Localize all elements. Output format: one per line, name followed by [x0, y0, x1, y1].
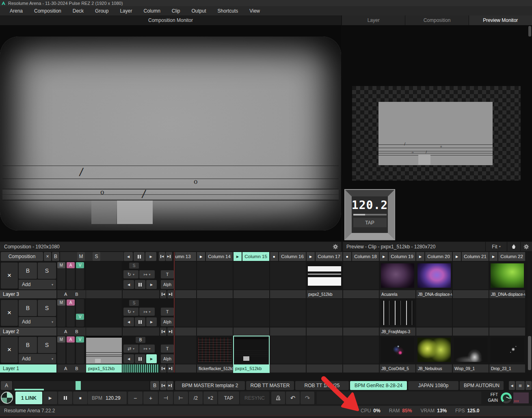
- deck-list-button[interactable]: ≡: [516, 381, 525, 390]
- clip-thumbnail[interactable]: [453, 336, 489, 364]
- pause-button[interactable]: [135, 317, 145, 326]
- empty-clip-slot[interactable]: [197, 262, 233, 289]
- clip-cell[interactable]: [453, 299, 489, 336]
- menu-arena[interactable]: Arena: [4, 6, 28, 15]
- tab-layer[interactable]: Layer: [342, 15, 405, 25]
- deck-tab[interactable]: BPM GenRez 8-28-24: [350, 381, 407, 390]
- tab-preview-monitor[interactable]: Preview Monitor: [469, 15, 532, 25]
- pan-tool-button[interactable]: [507, 242, 520, 251]
- transport-play-button[interactable]: ▶: [43, 392, 57, 404]
- clip-cell[interactable]: [234, 262, 269, 298]
- play-button[interactable]: ▶: [146, 280, 157, 289]
- clip-cell[interactable]: [175, 262, 196, 298]
- column-stop-button[interactable]: ■: [270, 252, 278, 261]
- composition-button[interactable]: Composition: [1, 252, 43, 261]
- tap-button[interactable]: TAP: [218, 392, 239, 404]
- crossfader-b-label[interactable]: B: [75, 292, 78, 297]
- blend-mode-dropdown[interactable]: Add▾: [19, 317, 56, 327]
- empty-clip-slot[interactable]: [175, 262, 196, 289]
- clip-thumbnail[interactable]: [489, 262, 525, 289]
- clip-cell[interactable]: pxpx1_512kb: [234, 336, 269, 373]
- deck-skip-end-button[interactable]: ▶: [167, 381, 173, 390]
- play-mode-dropdown[interactable]: ↻▾: [123, 270, 138, 278]
- column-play-button[interactable]: ▶: [197, 252, 205, 261]
- play-direction-dropdown[interactable]: ↦▾: [139, 270, 155, 278]
- alpha-toggle[interactable]: Alph: [161, 317, 174, 326]
- clip-timeline[interactable]: [123, 290, 159, 298]
- column-play-button[interactable]: ▶: [489, 252, 497, 261]
- undo-button[interactable]: ↶: [286, 392, 300, 404]
- skip-end-button[interactable]: ▶: [167, 328, 174, 336]
- play-mode-dropdown[interactable]: ↻▾: [123, 308, 138, 316]
- timeline-toggle[interactable]: T: [161, 345, 174, 353]
- clip-cell[interactable]: [234, 299, 269, 336]
- metronome-button[interactable]: [271, 392, 285, 404]
- menu-column[interactable]: Column: [138, 6, 166, 15]
- clip-cell[interactable]: Drop_23_1: [489, 336, 525, 373]
- composition-settings-button[interactable]: [330, 242, 341, 251]
- deck-skip-start-button[interactable]: ◀: [160, 381, 167, 390]
- video-fader-handle[interactable]: V: [76, 314, 84, 320]
- clip-cell[interactable]: [343, 336, 379, 373]
- bpm-decrease-button[interactable]: −: [128, 392, 143, 404]
- empty-clip-slot[interactable]: [197, 299, 233, 327]
- composition-solo-button[interactable]: S: [93, 252, 100, 261]
- clip-timeline[interactable]: [123, 364, 159, 373]
- clip-thumbnail[interactable]: [380, 299, 415, 327]
- deck-tab[interactable]: JAPAN 1080p: [408, 381, 458, 390]
- clip-timeline[interactable]: [123, 328, 159, 336]
- composition-pie-icon[interactable]: [1, 392, 13, 404]
- play-backwards-button[interactable]: ◀: [123, 317, 134, 326]
- master-fader[interactable]: M: [57, 262, 65, 289]
- link-button[interactable]: 1 LINK: [15, 392, 42, 404]
- clip-thumbnail[interactable]: [380, 336, 415, 364]
- crossfader-a-label[interactable]: A: [64, 329, 67, 334]
- layer-name[interactable]: Layer 1: [0, 364, 56, 373]
- empty-clip-slot[interactable]: [307, 299, 342, 327]
- clip-cell[interactable]: Wisp_09_1: [453, 336, 489, 373]
- empty-clip-slot[interactable]: [489, 299, 525, 327]
- blend-mode-dropdown[interactable]: Add▾: [19, 280, 56, 289]
- play-mode-dropdown[interactable]: ⇄▾: [123, 345, 138, 353]
- empty-clip-slot[interactable]: [270, 299, 306, 327]
- layer-clear-button[interactable]: ×: [1, 263, 18, 289]
- skip-start-button[interactable]: ◀: [160, 290, 167, 298]
- bpm-display[interactable]: BPM 120.29: [88, 392, 127, 404]
- clip-cell[interactable]: [343, 299, 379, 336]
- panel-scrollbar[interactable]: [528, 26, 531, 37]
- clip-thumbnail[interactable]: [489, 336, 525, 364]
- column-header[interactable]: Column 17: [316, 252, 342, 261]
- deck-tab[interactable]: BPM AUTORUN: [460, 381, 504, 390]
- pause-button[interactable]: [135, 280, 145, 289]
- empty-clip-slot[interactable]: [307, 336, 342, 364]
- clip-cell[interactable]: [270, 262, 306, 298]
- empty-clip-slot[interactable]: [234, 299, 269, 327]
- deck-tab[interactable]: BPM MASTER template 2: [175, 381, 245, 390]
- column-header[interactable]: Column 22: [498, 252, 525, 261]
- menu-layer[interactable]: Layer: [114, 6, 138, 15]
- empty-clip-slot[interactable]: [343, 299, 379, 327]
- bpm-half-button[interactable]: /2: [189, 392, 203, 404]
- column-play-button[interactable]: ▶: [234, 252, 242, 261]
- clip-cell[interactable]: [343, 262, 379, 298]
- clip-cell[interactable]: [453, 262, 489, 298]
- bpm-double-button[interactable]: ×2: [203, 392, 217, 404]
- skip-start-button[interactable]: ◀: [160, 364, 167, 373]
- skip-end-button[interactable]: ▶: [167, 290, 174, 298]
- column-header[interactable]: Column 16: [279, 252, 306, 261]
- layer-bypass-button[interactable]: B: [19, 263, 37, 279]
- menu-output[interactable]: Output: [186, 6, 212, 15]
- transport-stop-button[interactable]: ■: [73, 392, 87, 404]
- clip-cell[interactable]: JB_DNA-displace-v2: [416, 262, 452, 298]
- column-header[interactable]: Column 20: [425, 252, 452, 261]
- empty-clip-slot[interactable]: [175, 299, 196, 327]
- empty-clip-slot[interactable]: [453, 299, 489, 327]
- alpha-toggle[interactable]: Alph: [161, 280, 174, 289]
- layer-solo-button[interactable]: S: [38, 337, 56, 353]
- clip-cell[interactable]: JB_CosOrbit_5: [380, 336, 415, 373]
- column-header[interactable]: Column 18: [352, 252, 379, 261]
- clip-thumbnail[interactable]: [416, 262, 452, 289]
- empty-clip-slot[interactable]: [175, 336, 196, 364]
- layer-name[interactable]: Layer 3: [0, 290, 56, 298]
- composition-skip-start-button[interactable]: ◀: [159, 252, 165, 261]
